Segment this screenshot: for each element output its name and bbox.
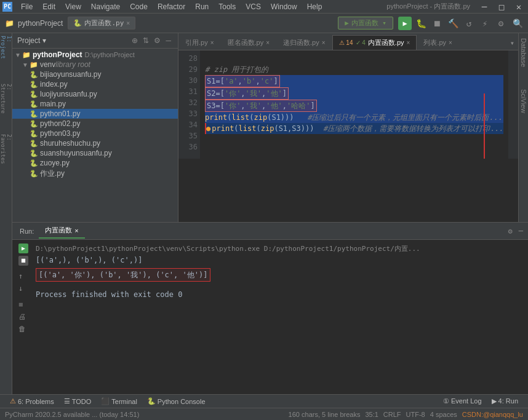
- tree-item-python03[interactable]: 🐍 python03.py: [12, 129, 178, 138]
- run-minimize-btn[interactable]: ─: [516, 226, 526, 237]
- menu-window[interactable]: Window: [266, 1, 302, 12]
- stop-button[interactable]: ⏹: [430, 17, 444, 30]
- left-sidebar: 1: Project 2: Structure 2: Favorites: [0, 33, 12, 394]
- tree-item-luoji[interactable]: 🐍 luojiyunsuanfu.py: [12, 89, 178, 99]
- run-button[interactable]: ▶: [398, 17, 412, 30]
- sciview-label[interactable]: SciView: [519, 84, 529, 118]
- tree-item-main[interactable]: 🐍 main.py: [12, 99, 178, 109]
- tab-close-icon[interactable]: ×: [449, 39, 452, 46]
- tab-close-icon[interactable]: ×: [266, 39, 270, 46]
- tree-settings-btn[interactable]: ⚙: [152, 36, 162, 46]
- tabs-more-button[interactable]: ▾: [506, 36, 518, 50]
- tree-root[interactable]: ▼ 📁 pythonProject D:\pythonProject: [12, 50, 178, 60]
- tree-item-bijiao[interactable]: 🐍 bijiaoyunsuanfu.py: [12, 69, 178, 79]
- problems-btn[interactable]: ⚠ 6: Problems: [5, 397, 59, 405]
- scroll-down-btn[interactable]: ↓: [18, 283, 28, 294]
- filter-btn[interactable]: 🖨: [18, 311, 28, 322]
- tree-item-suanshu[interactable]: 🐍 suanshuyunsuanfu.py: [12, 148, 178, 158]
- python-console-btn[interactable]: 🐍 Python Console: [142, 397, 210, 405]
- rerun-button[interactable]: ↺: [462, 17, 476, 30]
- dot-marker: ●: [206, 123, 210, 134]
- stop-run-btn[interactable]: ⏹: [18, 256, 28, 266]
- tab-yinyong[interactable]: 引用.py ×: [178, 35, 221, 50]
- run-settings-btn[interactable]: ⚙: [506, 226, 515, 237]
- todo-btn[interactable]: ☰ TODO: [59, 397, 97, 405]
- code-line-35: [205, 134, 503, 145]
- tab-digui[interactable]: 递归函数.py ×: [276, 35, 332, 50]
- run-tab-close[interactable]: ×: [74, 227, 78, 234]
- tree-item-zuoye[interactable]: 🐍 zuoye.py: [12, 158, 178, 168]
- main-area: 1: Project 2: Structure 2: Favorites Pro…: [0, 33, 528, 394]
- tree-item-zuoye2[interactable]: 🐍 作业.py: [12, 168, 178, 180]
- venv-folder-icon: 📁: [30, 61, 38, 69]
- event-log-btn[interactable]: ① Event Log: [438, 397, 487, 405]
- editor[interactable]: 28 29 30 31 32 33 34 35 36 # zip: [178, 50, 518, 159]
- menu-code[interactable]: Code: [125, 1, 153, 12]
- menu-run[interactable]: Run: [190, 1, 214, 12]
- right-sidebar: Database SciView: [518, 33, 528, 222]
- tree-item-index[interactable]: 🐍 index.py: [12, 79, 178, 89]
- item-label: zuoye.py: [40, 159, 70, 167]
- menu-view[interactable]: View: [60, 1, 86, 12]
- maximize-button[interactable]: □: [495, 0, 508, 14]
- scroll-up-btn[interactable]: ↑: [18, 271, 28, 282]
- tab-close-icon[interactable]: ×: [210, 39, 214, 46]
- open-file-close[interactable]: ×: [126, 20, 130, 26]
- tree-collapse-btn[interactable]: ⇅: [141, 36, 151, 46]
- sidebar-favorites-icon[interactable]: 2: Favorites: [1, 137, 11, 161]
- clear-btn[interactable]: 🗑: [18, 323, 28, 335]
- search-icon[interactable]: 🔍: [513, 18, 523, 28]
- format-btn[interactable]: ≡: [18, 299, 28, 310]
- sidebar-project-icon[interactable]: 1: Project: [1, 36, 11, 60]
- menu-file[interactable]: File: [16, 1, 38, 12]
- sidebar-structure-icon[interactable]: 2: Structure: [1, 86, 11, 111]
- tab-niming[interactable]: 匿名函数.py ×: [221, 35, 277, 50]
- py-icon: 🐍: [30, 110, 38, 118]
- toolbar: 📁 pythonProject 🐍 内置函数.py × ▶ 内置函数 ▾ ▶ 🐛…: [0, 14, 528, 33]
- open-file-tab[interactable]: 🐍 内置函数.py ×: [68, 17, 135, 30]
- tab-liebiao[interactable]: 列表.py ×: [417, 35, 459, 50]
- root-label: pythonProject: [33, 50, 82, 59]
- menu-edit[interactable]: Edit: [38, 1, 60, 12]
- run-config-selector[interactable]: ▶ 内置函数 ▾: [338, 17, 393, 30]
- menu-vcs[interactable]: VCS: [241, 1, 266, 12]
- database-label[interactable]: Database: [519, 33, 529, 72]
- settings-button[interactable]: ⚙: [494, 17, 508, 30]
- tab-close-icon[interactable]: ×: [322, 39, 326, 46]
- rerun-btn[interactable]: ▶: [18, 244, 28, 253]
- menu-refactor[interactable]: Refactor: [153, 1, 190, 12]
- run-panel-btn[interactable]: ▶ 4: Run: [487, 397, 523, 405]
- code-line-29: # zip 用于打包的: [205, 64, 503, 75]
- debug-button[interactable]: 🐛: [414, 17, 428, 30]
- menu-navigate[interactable]: Navigate: [86, 1, 125, 12]
- crlf-label: CRLF: [383, 411, 401, 418]
- tab-neizhi[interactable]: ⚠ 14 ✓ 4 内置函数.py ×: [332, 35, 417, 50]
- tree-item-python01[interactable]: 🐍 python01.py: [12, 109, 178, 119]
- venv-label: venv: [40, 60, 55, 69]
- profile-button[interactable]: ⚡: [478, 17, 492, 30]
- tree-minimize-btn[interactable]: ─: [164, 36, 173, 46]
- tree-item-shuru[interactable]: 🐍 shuruheshuchu.py: [12, 138, 178, 148]
- minimize-button[interactable]: ─: [478, 0, 491, 14]
- py-icon: 🐍: [30, 149, 38, 157]
- update-label: PyCharm 2020.2.5 available ... (today 14…: [5, 411, 139, 418]
- tree-item-python02[interactable]: 🐍 python02.py: [12, 119, 178, 129]
- run-tab-active[interactable]: 内置函数 ×: [39, 223, 84, 239]
- menu-tools[interactable]: Tools: [214, 1, 241, 12]
- tree-new-btn[interactable]: ⊕: [130, 36, 140, 46]
- menu-help[interactable]: Help: [302, 1, 327, 12]
- py-icon: 🐍: [30, 100, 38, 108]
- build-button[interactable]: 🔨: [446, 17, 460, 30]
- close-button[interactable]: ✕: [512, 0, 526, 14]
- py-icon: 🐍: [30, 120, 38, 128]
- code-line-31: S2=['你','我','他']: [205, 87, 503, 100]
- tab-label: 列表.py: [423, 38, 446, 47]
- terminal-btn[interactable]: ⬛ Terminal: [96, 397, 142, 405]
- venv-lib-label: library root: [55, 60, 90, 69]
- py-icon: 🐍: [30, 130, 38, 138]
- indent-label: 4 spaces: [430, 411, 457, 418]
- code-area[interactable]: # zip 用于打包的 S1=['a','b','c'] S2=['你','我'…: [200, 50, 508, 159]
- bottom-tabs-bar: Run: 内置函数 × ⚙ ─: [12, 223, 528, 240]
- tab-close-icon[interactable]: ×: [407, 39, 410, 46]
- tree-venv[interactable]: ▼ 📁 venv library root: [12, 60, 178, 69]
